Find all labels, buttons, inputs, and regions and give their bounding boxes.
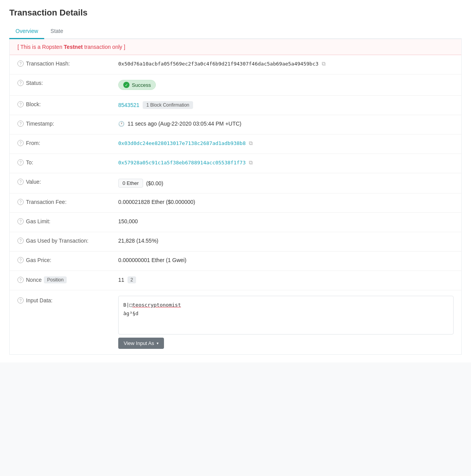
nonce-position-badge: Position — [44, 276, 67, 283]
label-status: Status: — [26, 80, 43, 86]
row-gas-limit: ? Gas Limit: 150,000 — [10, 213, 461, 232]
label-input-data: Input Data: — [26, 297, 53, 304]
help-icon-status[interactable]: ? — [17, 80, 24, 86]
nonce-position-value: 2 — [128, 276, 136, 283]
row-timestamp: ? Timestamp: 🕐 11 secs ago (Aug-22-2020 … — [10, 115, 461, 135]
row-nonce: ? Nonce Position 11 2 — [10, 271, 461, 290]
row-block: ? Block: 8543521 1 Block Confirmation — [10, 96, 461, 115]
help-icon-to[interactable]: ? — [17, 159, 24, 166]
label-transaction-fee: Transaction Fee: — [26, 199, 67, 205]
clock-icon: 🕐 — [118, 121, 124, 127]
row-input-data: ? Input Data: B|□teoscryptonomist àg³§d … — [10, 290, 461, 354]
page-title: Transaction Details — [9, 8, 462, 18]
input-line2: àg³§d — [123, 309, 449, 318]
label-gas-used: Gas Used by Transaction: — [26, 238, 88, 244]
help-icon-nonce[interactable]: ? — [17, 277, 24, 283]
row-transaction-fee: ? Transaction Fee: 0.000021828 Ether ($0… — [10, 193, 461, 213]
transaction-hash-value: 0x50d76a10acbfa05f569ec2f3a0c4f6b9d21f94… — [118, 61, 319, 67]
input-line1: B|□teoscryptonomist — [123, 301, 449, 309]
help-icon-gas-price[interactable]: ? — [17, 257, 24, 263]
block-number-link[interactable]: 8543521 — [118, 102, 140, 108]
tab-state[interactable]: State — [44, 24, 69, 39]
help-icon-transaction-hash[interactable]: ? — [17, 60, 24, 67]
help-icon-gas-used[interactable]: ? — [17, 238, 24, 244]
block-confirmation-badge: 1 Block Confirmation — [143, 101, 193, 109]
row-to: ? To: 0x57928a05c91c1a5f38eb6788914acc05… — [10, 154, 461, 173]
testnet-banner: [ This is a Ropsten Testnet transaction … — [10, 39, 461, 55]
help-icon-transaction-fee[interactable]: ? — [17, 199, 24, 205]
tabs-container: Overview State — [9, 24, 462, 39]
label-from: From: — [26, 140, 40, 146]
help-icon-timestamp[interactable]: ? — [17, 121, 24, 127]
row-gas-used: ? Gas Used by Transaction: 21,828 (14.55… — [10, 232, 461, 252]
label-transaction-hash: Transaction Hash: — [26, 60, 70, 67]
from-address-link[interactable]: 0x03d0dc24ee828013017e7138c2687ad1adb938… — [118, 140, 246, 146]
content-area: [ This is a Ropsten Testnet transaction … — [9, 39, 462, 355]
row-transaction-hash: ? Transaction Hash: 0x50d76a10acbfa05f56… — [10, 55, 461, 74]
input-cryptonomist: teoscryptonomist — [132, 302, 181, 308]
ether-value-badge: 0 Ether — [118, 179, 143, 188]
help-icon-from[interactable]: ? — [17, 140, 24, 146]
view-input-as-label: View Input As — [124, 340, 154, 346]
row-gas-price: ? Gas Price: 0.000000001 Ether (1 Gwei) — [10, 252, 461, 271]
copy-from-icon[interactable]: ⧉ — [249, 140, 253, 147]
gas-limit-value: 150,000 — [118, 218, 138, 224]
to-address-link[interactable]: 0x57928a05c91c1a5f38eb6788914acc05538f1f… — [118, 160, 246, 166]
check-circle-icon: ✓ — [123, 82, 129, 88]
label-value: Value: — [26, 179, 41, 185]
label-nonce: Nonce — [26, 277, 41, 283]
nonce-value: 11 — [118, 277, 124, 283]
label-gas-price: Gas Price: — [26, 257, 51, 263]
copy-transaction-hash-icon[interactable]: ⧉ — [322, 60, 326, 67]
row-from: ? From: 0x03d0dc24ee828013017e7138c2687a… — [10, 135, 461, 154]
view-input-as-button[interactable]: View Input As ▾ — [118, 338, 164, 349]
gas-price-value: 0.000000001 Ether (1 Gwei) — [118, 257, 186, 263]
status-badge: ✓ Success — [118, 80, 156, 90]
label-timestamp: Timestamp: — [26, 121, 54, 127]
transaction-fee-value: 0.000021828 Ether ($0.000000) — [118, 199, 195, 205]
gas-used-value: 21,828 (14.55%) — [118, 238, 159, 244]
help-icon-gas-limit[interactable]: ? — [17, 218, 24, 224]
input-data-textarea: B|□teoscryptonomist àg³§d — [118, 296, 454, 335]
help-icon-value[interactable]: ? — [17, 179, 24, 185]
chevron-down-icon: ▾ — [157, 341, 159, 345]
usd-value: ($0.00) — [146, 180, 163, 186]
help-icon-block[interactable]: ? — [17, 101, 24, 107]
timestamp-value: 11 secs ago (Aug-22-2020 03:05:44 PM +UT… — [128, 121, 242, 127]
label-block: Block: — [26, 101, 41, 107]
label-gas-limit: Gas Limit: — [26, 218, 50, 224]
row-status: ? Status: ✓ Success — [10, 74, 461, 96]
label-to: To: — [26, 159, 33, 166]
tab-overview[interactable]: Overview — [9, 24, 44, 39]
help-icon-input-data[interactable]: ? — [17, 297, 24, 304]
copy-to-icon[interactable]: ⧉ — [249, 159, 253, 166]
status-value: Success — [132, 82, 151, 88]
row-value: ? Value: 0 Ether ($0.00) — [10, 173, 461, 193]
